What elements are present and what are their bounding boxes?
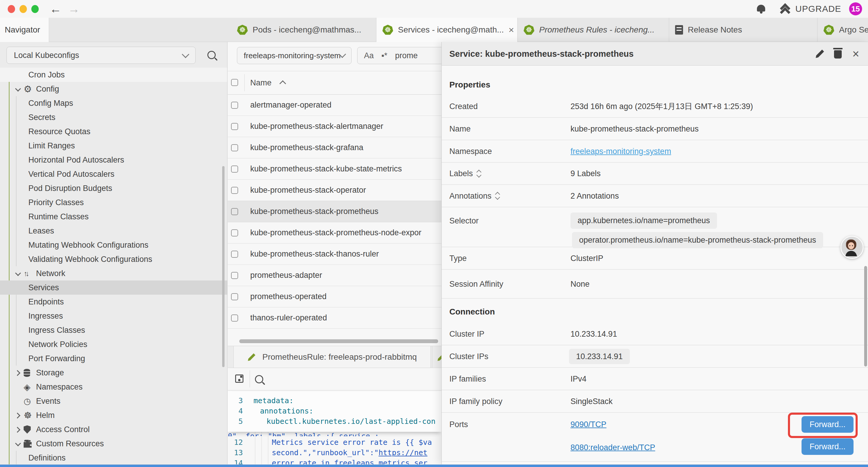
- sidebar-scrollbar[interactable]: [222, 166, 224, 367]
- table-search-input[interactable]: Aa ▪* prome: [357, 47, 441, 64]
- namespace-link[interactable]: freeleaps-monitoring-system: [570, 147, 671, 156]
- tree-chevron-icon[interactable]: [13, 84, 24, 94]
- sidebar-item[interactable]: Pod Disruption Budgets: [0, 181, 227, 195]
- editor-tab-active[interactable]: PrometheusRule: freeleaps-prod-rabbitmq: [234, 346, 431, 368]
- edit-resource-icon[interactable]: [816, 49, 825, 58]
- match-case-toggle[interactable]: Aa: [364, 51, 374, 60]
- tree-chevron-icon[interactable]: [13, 410, 24, 420]
- sidebar-item[interactable]: Access Control: [0, 422, 227, 437]
- tree-chevron-icon[interactable]: [13, 425, 24, 435]
- document-tab[interactable]: Services - icecheng@math... ×: [376, 18, 518, 42]
- table-row[interactable]: kube-prometheus-stack-operator: [228, 180, 441, 201]
- sidebar-item[interactable]: Mutating Webhook Configurations: [0, 238, 227, 252]
- back-button[interactable]: ←: [50, 1, 61, 17]
- minimize-window-button[interactable]: [20, 5, 27, 13]
- namespace-filter-dropdown[interactable]: freeleaps-monitoring-system: [237, 47, 351, 64]
- editor-search-icon[interactable]: [255, 375, 263, 383]
- row-checkbox[interactable]: [231, 208, 238, 215]
- row-checkbox[interactable]: [231, 272, 238, 279]
- port-link[interactable]: 8080:reloader-web/TCP: [570, 443, 655, 452]
- row-checkbox[interactable]: [231, 187, 238, 194]
- tree-chevron-icon[interactable]: [13, 439, 24, 449]
- editor-tab-partial[interactable]: [432, 346, 441, 368]
- code-link[interactable]: https://net: [378, 448, 428, 457]
- horizontal-scrollbar[interactable]: [239, 339, 438, 343]
- tree-chevron-icon[interactable]: [13, 368, 24, 378]
- tree-chevron-icon[interactable]: [13, 268, 24, 279]
- sidebar-item[interactable]: Vertical Pod Autoscalers: [0, 167, 227, 181]
- sidebar-item[interactable]: Resource Quotas: [0, 124, 227, 139]
- sidebar-item[interactable]: Storage: [0, 366, 227, 380]
- tree-chevron-icon[interactable]: [13, 396, 24, 406]
- document-tab[interactable]: Pods - icecheng@mathmas...: [231, 18, 376, 42]
- row-checkbox[interactable]: [231, 123, 238, 130]
- tab-navigator[interactable]: Navigator: [0, 18, 49, 42]
- save-icon[interactable]: [235, 375, 243, 383]
- sidebar-item[interactable]: Ingresses: [0, 309, 227, 323]
- property-value[interactable]: 2 Annotations: [570, 191, 619, 200]
- table-row[interactable]: kube-prometheus-stack-thanos-ruler: [228, 243, 441, 265]
- row-checkbox[interactable]: [231, 166, 238, 173]
- forward-port-button[interactable]: Forward...: [802, 416, 854, 433]
- sidebar-item[interactable]: Port Forwarding: [0, 351, 227, 366]
- upgrade-button[interactable]: UPGRADE: [795, 0, 841, 18]
- row-checkbox[interactable]: [231, 315, 238, 322]
- expander-icon[interactable]: [477, 170, 481, 177]
- notifications-bell-icon[interactable]: [757, 5, 765, 11]
- sidebar-item[interactable]: Horizontal Pod Autoscalers: [0, 153, 227, 167]
- delete-resource-icon[interactable]: [834, 50, 842, 59]
- sidebar-item[interactable]: Runtime Classes: [0, 209, 227, 224]
- expander-icon[interactable]: [496, 193, 499, 199]
- sidebar-item[interactable]: Network Policies: [0, 337, 227, 351]
- sidebar-item[interactable]: Custom Resources: [0, 437, 227, 451]
- table-row[interactable]: kube-prometheus-stack-alertmanager: [228, 116, 441, 137]
- close-panel-icon[interactable]: ×: [852, 42, 859, 66]
- close-window-button[interactable]: [8, 5, 15, 13]
- document-tab[interactable]: Prometheus Rules - icecheng...: [518, 18, 669, 42]
- sidebar-item[interactable]: Services: [0, 281, 227, 295]
- forward-button[interactable]: →: [68, 1, 80, 17]
- close-tab-icon[interactable]: ×: [508, 25, 514, 35]
- document-tab[interactable]: Argo Se: [817, 18, 868, 42]
- table-row[interactable]: kube-prometheus-stack-kube-state-metrics: [228, 158, 441, 180]
- sidebar-item[interactable]: Ingress Classes: [0, 323, 227, 337]
- row-checkbox[interactable]: [231, 251, 238, 258]
- row-checkbox[interactable]: [231, 229, 238, 236]
- row-checkbox[interactable]: [231, 293, 238, 300]
- sidebar-item[interactable]: Validating Webhook Configurations: [0, 252, 227, 266]
- sidebar-item[interactable]: Config: [0, 82, 227, 96]
- table-row[interactable]: kube-prometheus-stack-prometheus-node-ex…: [228, 222, 441, 243]
- sidebar-item[interactable]: Leases: [0, 224, 227, 238]
- property-value[interactable]: 9 Labels: [570, 169, 601, 178]
- sidebar-item[interactable]: Network: [0, 266, 227, 281]
- yaml-editor[interactable]: 0", for: "hm", labels :{ service : 12 Me…: [228, 390, 441, 465]
- row-checkbox[interactable]: [231, 144, 238, 151]
- table-row[interactable]: prometheus-operated: [228, 286, 441, 308]
- table-row[interactable]: alertmanager-operated: [228, 95, 441, 116]
- table-row[interactable]: kube-prometheus-stack-prometheus: [228, 201, 441, 222]
- table-row[interactable]: thanos-ruler-operated: [228, 308, 441, 329]
- sidebar-item[interactable]: Helm: [0, 408, 227, 422]
- sidebar-item[interactable]: Namespaces: [0, 380, 227, 394]
- avatar[interactable]: [840, 236, 864, 259]
- tree-chevron-icon[interactable]: [13, 382, 24, 392]
- panel-scrollbar[interactable]: [864, 266, 867, 367]
- port-link[interactable]: 9090/TCP: [570, 420, 607, 429]
- kubeconfig-dropdown[interactable]: Local Kubeconfigs: [6, 47, 195, 64]
- regex-toggle[interactable]: ▪*: [381, 51, 387, 60]
- sidebar-item[interactable]: Secrets: [0, 110, 227, 124]
- notification-count-badge[interactable]: 15: [849, 2, 862, 16]
- sidebar-item[interactable]: Config Maps: [0, 96, 227, 110]
- table-row[interactable]: prometheus-adapter: [228, 265, 441, 286]
- sidebar-item[interactable]: Endpoints: [0, 295, 227, 309]
- maximize-window-button[interactable]: [31, 5, 39, 13]
- row-checkbox[interactable]: [231, 102, 238, 109]
- sidebar-item[interactable]: Definitions: [0, 451, 227, 465]
- document-tab[interactable]: Release Notes: [669, 18, 817, 42]
- select-all-checkbox[interactable]: [231, 79, 238, 86]
- name-column-header[interactable]: Name: [250, 71, 272, 94]
- sidebar-item[interactable]: Limit Ranges: [0, 139, 227, 153]
- table-row[interactable]: kube-prometheus-stack-grafana: [228, 137, 441, 158]
- sidebar-item[interactable]: Events: [0, 394, 227, 408]
- sidebar-item[interactable]: Priority Classes: [0, 195, 227, 209]
